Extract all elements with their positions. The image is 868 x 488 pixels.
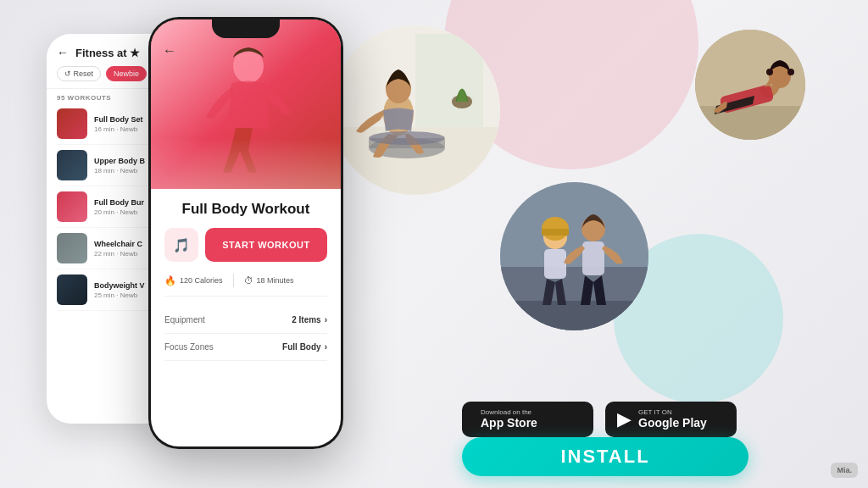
start-workout-button[interactable]: START WORKOUT bbox=[205, 228, 327, 262]
focus-label: Focus Zones bbox=[164, 342, 214, 352]
phone-notch bbox=[212, 19, 280, 38]
circle-photo-training bbox=[500, 182, 648, 330]
hero-gradient bbox=[151, 138, 341, 189]
app-store-text: Download on the App Store bbox=[481, 409, 537, 430]
calories-stat: 🔥 120 Calories bbox=[164, 275, 223, 286]
focus-value: Full Body › bbox=[282, 342, 327, 352]
newbie-label: Newbie bbox=[114, 69, 139, 78]
workout-thumbnail bbox=[57, 191, 87, 222]
minutes-stat: ⏱ 18 Minutes bbox=[244, 275, 294, 286]
google-play-button[interactable]: ▶ GET IT ON Google Play bbox=[605, 402, 737, 437]
google-play-text: GET IT ON Google Play bbox=[638, 409, 707, 430]
svg-point-24 bbox=[787, 69, 794, 75]
google-play-name: Google Play bbox=[638, 416, 707, 430]
back-arrow-icon: ← bbox=[57, 46, 69, 59]
svg-rect-17 bbox=[544, 249, 566, 279]
store-buttons-area: Download on the App Store ▶ GET IT ON Go… bbox=[462, 402, 737, 437]
yoga-svg bbox=[331, 25, 500, 195]
google-play-icon: ▶ bbox=[617, 408, 632, 430]
app-store-button[interactable]: Download on the App Store bbox=[462, 402, 593, 437]
stats-row: 🔥 120 Calories ⏱ 18 Minutes bbox=[164, 274, 327, 297]
reset-label: ↺ Reset bbox=[64, 69, 93, 78]
training-svg bbox=[500, 182, 648, 330]
svg-rect-19 bbox=[582, 241, 604, 275]
fire-icon: 🔥 bbox=[164, 275, 176, 286]
workout-hero-image: ← bbox=[151, 19, 341, 189]
google-play-sub: GET IT ON bbox=[638, 409, 707, 416]
workout-detail-title: Full Body Workout bbox=[164, 201, 327, 218]
music-button[interactable]: 🎵 bbox=[164, 228, 198, 262]
app-store-name: App Store bbox=[481, 416, 537, 430]
focus-row[interactable]: Focus Zones Full Body › bbox=[164, 334, 327, 361]
workout-thumbnail bbox=[57, 274, 87, 305]
phone-screen: ← Full Body Workout 🎵 START WORKOUT 🔥 12… bbox=[151, 19, 341, 446]
newbie-filter-button[interactable]: Newbie bbox=[106, 66, 147, 81]
watermark: Mia. bbox=[831, 463, 858, 478]
phone-back-title: Fitness at ★ bbox=[75, 47, 140, 59]
equipment-label: Equipment bbox=[164, 315, 205, 324]
equipment-value: 2 Items › bbox=[292, 315, 327, 324]
start-label: START WORKOUT bbox=[222, 240, 309, 250]
svg-point-10 bbox=[369, 131, 445, 145]
sideplank-svg bbox=[695, 30, 805, 140]
workout-thumbnail bbox=[57, 150, 87, 180]
workout-thumbnail bbox=[57, 233, 87, 263]
workout-thumbnail bbox=[57, 108, 87, 139]
stat-divider bbox=[233, 274, 234, 287]
svg-rect-4 bbox=[415, 34, 483, 127]
circle-photo-yoga bbox=[331, 25, 500, 195]
clock-icon: ⏱ bbox=[244, 275, 253, 286]
minutes-value: 18 Minutes bbox=[257, 276, 294, 285]
install-label: INSTALL bbox=[560, 446, 649, 468]
workout-actions: 🎵 START WORKOUT bbox=[164, 228, 327, 262]
workout-detail: Full Body Workout 🎵 START WORKOUT 🔥 120 … bbox=[151, 189, 341, 373]
reset-filter-button[interactable]: ↺ Reset bbox=[57, 66, 101, 81]
circle-photo-sideplank bbox=[695, 30, 805, 140]
app-store-sub: Download on the bbox=[481, 409, 537, 416]
phone-detail-back-icon[interactable]: ← bbox=[163, 43, 176, 58]
svg-rect-16 bbox=[542, 229, 569, 236]
install-button[interactable]: INSTALL bbox=[462, 437, 748, 476]
calories-value: 120 Calories bbox=[180, 276, 223, 285]
svg-point-23 bbox=[766, 69, 773, 75]
equipment-row[interactable]: Equipment 2 Items › bbox=[164, 307, 327, 334]
phone-front: ← Full Body Workout 🎵 START WORKOUT 🔥 12… bbox=[148, 17, 343, 449]
